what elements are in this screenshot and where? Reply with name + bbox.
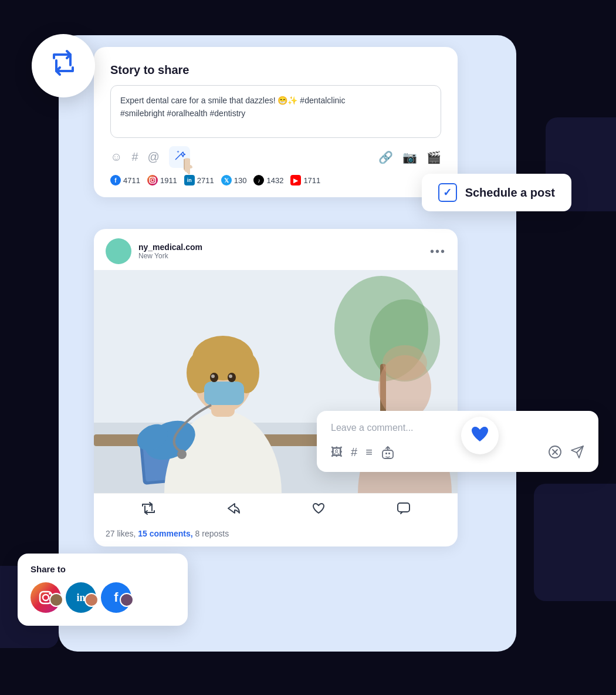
comment-tools-left: 🖼 # ≡ bbox=[331, 446, 395, 463]
comment-close-icon[interactable] bbox=[548, 445, 562, 463]
post-actions bbox=[94, 493, 458, 527]
twitter-count: 𝕏 130 bbox=[221, 175, 247, 185]
dark-decoration-br bbox=[534, 484, 616, 601]
svg-rect-33 bbox=[388, 453, 390, 454]
instagram-user-avatar bbox=[49, 593, 63, 607]
post-location: New York bbox=[138, 252, 430, 260]
post-avatar bbox=[106, 238, 131, 264]
comment-action-icon[interactable] bbox=[397, 502, 411, 518]
comment-tools-right bbox=[548, 445, 584, 463]
story-textarea[interactable]: Expert dental care for a smile that dazz… bbox=[110, 85, 441, 138]
reposts-count: 8 reposts bbox=[195, 529, 229, 538]
share-linkedin[interactable]: in bbox=[66, 582, 96, 615]
svg-rect-19 bbox=[204, 382, 244, 405]
repost-action-icon[interactable] bbox=[141, 502, 155, 518]
comment-hashtag-icon[interactable]: # bbox=[351, 446, 357, 463]
scene: Story to share Expert dental care for a … bbox=[0, 0, 616, 695]
svg-point-38 bbox=[49, 593, 50, 595]
emoji-icon[interactable]: ☺ bbox=[110, 150, 122, 164]
likes-count: 27 likes, bbox=[106, 529, 138, 538]
svg-point-2 bbox=[154, 178, 155, 179]
youtube-dot: ▶ bbox=[290, 175, 301, 185]
heart-button[interactable] bbox=[461, 417, 499, 454]
svg-point-29 bbox=[383, 345, 427, 380]
schedule-post-button[interactable]: ✓ Schedule a post bbox=[422, 174, 571, 211]
youtube-count: ▶ 1711 bbox=[290, 175, 320, 185]
comment-box: Leave a comment... 🖼 # ≡ bbox=[317, 411, 598, 472]
post-menu-dots[interactable]: ••• bbox=[430, 245, 446, 258]
story-title: Story to share bbox=[110, 63, 441, 77]
instagram-count: 1911 bbox=[147, 175, 177, 185]
tiktok-dot: ♪ bbox=[253, 175, 264, 185]
repost-icon bbox=[49, 49, 77, 83]
svg-point-23 bbox=[229, 375, 232, 378]
comment-text-icon[interactable]: ≡ bbox=[365, 446, 373, 463]
svg-point-22 bbox=[211, 375, 215, 378]
svg-rect-32 bbox=[385, 453, 387, 454]
social-counts: f 4711 1911 in 2711 𝕏 130 ♪ 1432 bbox=[110, 175, 441, 185]
repost-circle[interactable] bbox=[32, 34, 95, 97]
post-card: ny_medical.com New York ••• bbox=[94, 229, 458, 546]
comment-toolbar: 🖼 # ≡ bbox=[331, 445, 584, 463]
story-card: Story to share Expert dental care for a … bbox=[94, 47, 458, 197]
facebook-user-avatar bbox=[120, 593, 134, 607]
mention-icon[interactable]: @ bbox=[148, 150, 160, 164]
svg-point-37 bbox=[43, 595, 49, 600]
share-title: Share to bbox=[31, 564, 175, 574]
svg-point-1 bbox=[151, 179, 154, 182]
schedule-check-icon: ✓ bbox=[438, 183, 457, 202]
comment-bot-icon[interactable] bbox=[381, 446, 395, 463]
share-card: Share to in f bbox=[18, 554, 188, 626]
toolbar-row: ☺ # @ 🔗 📷 🎬 bbox=[110, 146, 441, 168]
comments-count: 15 comments, bbox=[138, 529, 195, 538]
linkedin-user-avatar bbox=[84, 593, 99, 607]
facebook-dot: f bbox=[110, 175, 121, 185]
twitter-dot: 𝕏 bbox=[221, 175, 232, 185]
hashtag-icon[interactable]: # bbox=[131, 150, 138, 164]
video-icon[interactable]: 🎬 bbox=[427, 150, 441, 164]
heart-filled-icon bbox=[471, 425, 489, 447]
share-facebook[interactable]: f bbox=[101, 582, 131, 615]
schedule-label: Schedule a post bbox=[465, 186, 555, 200]
post-username: ny_medical.com bbox=[138, 242, 430, 252]
post-header: ny_medical.com New York ••• bbox=[94, 229, 458, 270]
comment-send-icon[interactable] bbox=[570, 445, 584, 463]
tiktok-count: ♪ 1432 bbox=[253, 175, 283, 185]
share-avatars: in f bbox=[31, 582, 175, 615]
like-action-icon[interactable] bbox=[312, 502, 326, 518]
share-action-icon[interactable] bbox=[226, 502, 241, 518]
comment-placeholder: Leave a comment... bbox=[331, 423, 584, 433]
post-stats: 27 likes, 15 comments, 8 reposts bbox=[94, 527, 458, 546]
svg-rect-30 bbox=[398, 503, 409, 512]
cursor-icon bbox=[180, 158, 196, 180]
svg-point-26 bbox=[177, 450, 187, 459]
share-instagram[interactable] bbox=[31, 582, 61, 615]
photo-icon[interactable]: 📷 bbox=[402, 150, 417, 164]
post-user-info: ny_medical.com New York bbox=[138, 242, 430, 260]
comment-image-icon[interactable]: 🖼 bbox=[331, 446, 343, 463]
facebook-count: f 4711 bbox=[110, 175, 140, 185]
link-icon[interactable]: 🔗 bbox=[378, 150, 393, 164]
instagram-dot bbox=[147, 175, 158, 185]
